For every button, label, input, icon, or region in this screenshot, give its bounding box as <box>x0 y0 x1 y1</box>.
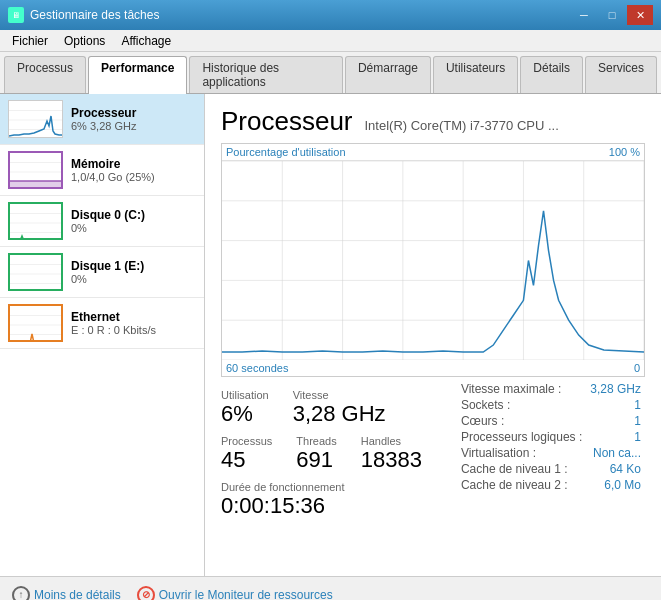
disk1-thumbnail <box>8 253 63 291</box>
stat-processus: Processus 45 <box>221 435 272 473</box>
rs-row-virtualisation: Virtualisation : Non ca... <box>457 445 645 461</box>
eth-name: Ethernet <box>71 310 196 324</box>
close-button[interactable]: ✕ <box>627 5 653 25</box>
mem-thumbnail <box>8 151 63 189</box>
sidebar-item-disque0[interactable]: Disque 0 (C:) 0% <box>0 196 204 247</box>
less-details-icon: ↑ <box>12 586 30 601</box>
processus-value: 45 <box>221 447 272 473</box>
detail-title: Processeur <box>221 106 353 137</box>
eth-thumbnail <box>8 304 63 342</box>
stat-handles: Handles 18383 <box>361 435 422 473</box>
chart-label-left: Pourcentage d'utilisation <box>226 146 346 158</box>
monitor-icon: ⊘ <box>137 586 155 601</box>
chart-footer-right: 0 <box>634 362 640 374</box>
right-stats: Vitesse maximale : 3,28 GHz Sockets : 1 … <box>457 381 645 493</box>
svg-rect-19 <box>10 306 63 342</box>
rs-label-proc-logiques: Processeurs logiques : <box>457 429 586 445</box>
tab-details[interactable]: Détails <box>520 56 583 93</box>
detail-subtitle: Intel(R) Core(TM) i7-3770 CPU ... <box>365 118 559 133</box>
maximize-button[interactable]: □ <box>599 5 625 25</box>
stats-row-2: Processus 45 Threads 691 Handles 18383 <box>221 435 422 473</box>
minimize-button[interactable]: ─ <box>571 5 597 25</box>
duree-block: Durée de fonctionnement 0:00:15:36 <box>221 481 422 519</box>
rs-label-cache2: Cache de niveau 2 : <box>457 477 586 493</box>
rs-row-cache1: Cache de niveau 1 : 64 Ko <box>457 461 645 477</box>
rs-label-sockets: Sockets : <box>457 397 586 413</box>
utilisation-value: 6% <box>221 401 269 427</box>
svg-rect-8 <box>10 181 63 189</box>
rs-row-coeurs: Cœurs : 1 <box>457 413 645 429</box>
duree-label: Durée de fonctionnement <box>221 481 422 493</box>
svg-rect-23 <box>222 161 644 360</box>
detail-header: Processeur Intel(R) Core(TM) i7-3770 CPU… <box>221 106 645 137</box>
rs-value-cache1: 64 Ko <box>586 461 645 477</box>
rs-value-proc-logiques: 1 <box>586 429 645 445</box>
duree-value: 0:00:15:36 <box>221 493 422 519</box>
rs-row-cache2: Cache de niveau 2 : 6,0 Mo <box>457 477 645 493</box>
tab-utilisateurs[interactable]: Utilisateurs <box>433 56 518 93</box>
utilisation-label: Utilisation <box>221 389 269 401</box>
app-icon: 🖥 <box>8 7 24 23</box>
svg-rect-10 <box>10 204 63 240</box>
disk1-name: Disque 1 (E:) <box>71 259 196 273</box>
menu-affichage[interactable]: Affichage <box>113 32 179 50</box>
detail-panel: Processeur Intel(R) Core(TM) i7-3770 CPU… <box>205 94 661 576</box>
window-title: Gestionnaire des tâches <box>30 8 159 22</box>
chart-label-right: 100 % <box>609 146 640 158</box>
mem-name: Mémoire <box>71 157 196 171</box>
tab-services[interactable]: Services <box>585 56 657 93</box>
rs-row-proc-logiques: Processeurs logiques : 1 <box>457 429 645 445</box>
disk0-info: Disque 0 (C:) 0% <box>71 208 196 234</box>
vitesse-value: 3,28 GHz <box>293 401 386 427</box>
disk0-sub: 0% <box>71 222 196 234</box>
disk0-thumbnail <box>8 202 63 240</box>
bottom-bar: ↑ Moins de détails ⊘ Ouvrir le Moniteur … <box>0 576 661 600</box>
chart-header: Pourcentage d'utilisation 100 % <box>222 144 644 160</box>
cpu-thumbnail <box>8 100 63 138</box>
open-monitor-button[interactable]: ⊘ Ouvrir le Moniteur de ressources <box>137 586 333 601</box>
sidebar-item-ethernet[interactable]: Ethernet E : 0 R : 0 Kbits/s <box>0 298 204 349</box>
stats-row-1: Utilisation 6% Vitesse 3,28 GHz <box>221 389 422 427</box>
sidebar-item-processeur[interactable]: Processeur 6% 3,28 GHz <box>0 94 204 145</box>
disk1-sub: 0% <box>71 273 196 285</box>
rs-value-cache2: 6,0 Mo <box>586 477 645 493</box>
rs-value-virtualisation: Non ca... <box>586 445 645 461</box>
rs-label-coeurs: Cœurs : <box>457 413 586 429</box>
tab-historique[interactable]: Historique des applications <box>189 56 343 93</box>
rs-label-cache1: Cache de niveau 1 : <box>457 461 586 477</box>
handles-value: 18383 <box>361 447 422 473</box>
tab-processus[interactable]: Processus <box>4 56 86 93</box>
cpu-info: Processeur 6% 3,28 GHz <box>71 106 196 132</box>
disk0-name: Disque 0 (C:) <box>71 208 196 222</box>
less-details-label: Moins de détails <box>34 588 121 601</box>
tab-demarrage[interactable]: Démarrage <box>345 56 431 93</box>
sidebar-item-memoire[interactable]: Mémoire 1,0/4,0 Go (25%) <box>0 145 204 196</box>
tab-performance[interactable]: Performance <box>88 56 187 94</box>
rs-row-vitesse-max: Vitesse maximale : 3,28 GHz <box>457 381 645 397</box>
cpu-sub: 6% 3,28 GHz <box>71 120 196 132</box>
vitesse-label: Vitesse <box>293 389 386 401</box>
rs-value-sockets: 1 <box>586 397 645 413</box>
mem-info: Mémoire 1,0/4,0 Go (25%) <box>71 157 196 183</box>
rs-value-vitesse-max: 3,28 GHz <box>586 381 645 397</box>
stat-threads: Threads 691 <box>296 435 336 473</box>
cpu-name: Processeur <box>71 106 196 120</box>
menu-options[interactable]: Options <box>56 32 113 50</box>
menu-fichier[interactable]: Fichier <box>4 32 56 50</box>
less-details-button[interactable]: ↑ Moins de détails <box>12 586 121 601</box>
menu-bar: Fichier Options Affichage <box>0 30 661 52</box>
rs-label-virtualisation: Virtualisation : <box>457 445 586 461</box>
threads-label: Threads <box>296 435 336 447</box>
chart-footer: 60 secondes 0 <box>222 360 644 376</box>
cpu-chart-container: Pourcentage d'utilisation 100 % <box>221 143 645 377</box>
rs-value-coeurs: 1 <box>586 413 645 429</box>
left-stats: Utilisation 6% Vitesse 3,28 GHz Processu… <box>221 381 422 519</box>
sidebar-item-disque1[interactable]: Disque 1 (E:) 0% <box>0 247 204 298</box>
rs-label-vitesse-max: Vitesse maximale : <box>457 381 586 397</box>
svg-rect-14 <box>10 255 63 291</box>
handles-label: Handles <box>361 435 422 447</box>
main-content: Processeur 6% 3,28 GHz Mémoire 1,0/4,0 G… <box>0 94 661 576</box>
chart-footer-left: 60 secondes <box>226 362 288 374</box>
stats-section: Utilisation 6% Vitesse 3,28 GHz Processu… <box>221 381 645 519</box>
title-bar: 🖥 Gestionnaire des tâches ─ □ ✕ <box>0 0 661 30</box>
